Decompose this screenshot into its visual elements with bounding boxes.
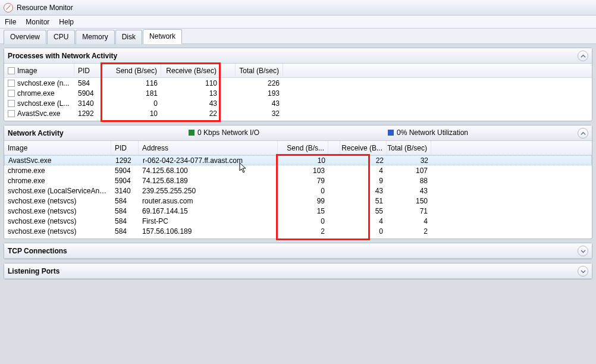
cell-receive: 43: [161, 99, 221, 108]
cell-address: 74.125.68.100: [139, 167, 278, 175]
cell-receive: 43: [340, 187, 387, 195]
cell-send: 10: [102, 109, 161, 118]
cell-total: 193: [236, 89, 283, 98]
row-checkbox[interactable]: [8, 80, 15, 87]
cell-image: svchost.exe (n...: [4, 79, 74, 87]
table-row[interactable]: svchost.exe (L...314004343: [4, 98, 592, 108]
table-row[interactable]: svchost.exe (n...584116110226: [4, 78, 592, 88]
table-row[interactable]: AvastSvc.exe1292102232: [4, 108, 592, 118]
col-image[interactable]: Image: [4, 141, 111, 155]
col-image[interactable]: Image: [4, 64, 74, 77]
cell-receive: 51: [340, 197, 387, 205]
tab-overview[interactable]: Overview: [4, 30, 46, 44]
panel-processes-body: Image PID Send (B/sec) Receive (B/sec) T…: [4, 64, 592, 121]
chevron-down-icon[interactable]: [578, 246, 588, 256]
panel-listen-header[interactable]: Listening Ports: [4, 263, 592, 279]
cell-pid: 584: [111, 207, 139, 215]
cell-receive: 4: [340, 167, 387, 175]
cell-pid: 5904: [111, 167, 139, 175]
col-pid[interactable]: PID: [74, 64, 102, 77]
cell-receive: 22: [341, 156, 387, 165]
panel-tcp-header[interactable]: TCP Connections: [4, 243, 592, 259]
tab-disk[interactable]: Disk: [115, 30, 142, 44]
cell-receive: 22: [161, 109, 221, 118]
cell-total: 2: [387, 227, 431, 236]
table-row[interactable]: svchost.exe (netsvcs)584router.asus.com9…: [4, 196, 592, 206]
tab-memory[interactable]: Memory: [76, 30, 114, 44]
cell-total: 43: [387, 187, 431, 195]
titlebar: Resource Monitor: [0, 0, 596, 15]
cell-send: 79: [278, 177, 328, 185]
cell-pid: 1292: [74, 109, 102, 118]
cell-address: r-062-042-234-077.ff.avast.com: [139, 156, 278, 165]
col-send[interactable]: Send (B/s...: [278, 141, 328, 155]
cell-send: 116: [102, 79, 161, 87]
col-address[interactable]: Address: [139, 141, 278, 155]
cell-address: First-PC: [139, 217, 278, 225]
table-row[interactable]: svchost.exe (netsvcs)584First-PC044: [4, 216, 592, 226]
cell-image: chrome.exe: [4, 177, 111, 185]
cell-total: 150: [387, 197, 431, 205]
panel-activity: Network Activity 0 Kbps Network I/O 0% N…: [4, 125, 592, 239]
cell-total: 43: [236, 99, 283, 108]
panel-listen: Listening Ports: [4, 263, 592, 280]
panel-activity-title: Network Activity: [8, 129, 64, 137]
cell-total: 32: [236, 109, 283, 118]
chevron-up-icon[interactable]: [578, 128, 588, 139]
cell-pid: 5904: [74, 89, 102, 98]
menubar: File Monitor Help: [0, 15, 596, 29]
cell-image: svchost.exe (netsvcs): [4, 217, 111, 225]
panel-activity-body: Image PID Address Send (B/s... Receive (…: [4, 141, 592, 239]
table-row[interactable]: chrome.exe590474.125.68.1001034107: [4, 165, 592, 175]
row-checkbox[interactable]: [8, 90, 15, 97]
cell-address: 74.125.68.189: [139, 177, 278, 185]
row-checkbox[interactable]: [8, 100, 15, 107]
cell-send: 0: [278, 217, 328, 225]
menu-monitor[interactable]: Monitor: [26, 18, 49, 26]
panel-tcp: TCP Connections: [4, 243, 592, 259]
chevron-up-icon[interactable]: [578, 51, 588, 61]
cell-pid: 584: [111, 227, 139, 236]
status-network-io: 0 Kbps Network I/O: [177, 128, 259, 137]
col-send[interactable]: Send (B/sec): [102, 64, 161, 77]
col-total[interactable]: Total (B/sec): [236, 64, 283, 77]
cell-send: 0: [102, 99, 161, 108]
cell-address: 157.56.106.189: [139, 227, 278, 236]
tab-cpu[interactable]: CPU: [47, 30, 75, 44]
cell-pid: 584: [111, 217, 139, 225]
cell-pid: 584: [111, 197, 139, 205]
menu-file[interactable]: File: [5, 18, 16, 26]
tabbar: Overview CPU Memory Disk Network: [0, 29, 596, 44]
cell-pid: 3140: [74, 99, 102, 108]
panel-processes-title: Processes with Network Activity: [8, 52, 117, 60]
status-network-util: 0% Network Utilization: [376, 128, 468, 137]
cell-total: 107: [387, 167, 431, 175]
panel-activity-header[interactable]: Network Activity 0 Kbps Network I/O 0% N…: [4, 125, 592, 141]
cell-total: 4: [387, 217, 431, 225]
cell-send: 103: [278, 167, 328, 175]
resmon-icon: [4, 3, 13, 12]
table-row[interactable]: AvastSvc.exe1292r-062-042-234-077.ff.ava…: [4, 155, 592, 165]
table-row[interactable]: svchost.exe (netsvcs)584157.56.106.18920…: [4, 226, 592, 236]
cell-receive: 0: [340, 227, 387, 236]
cell-send: 99: [278, 197, 328, 205]
chevron-down-icon[interactable]: [578, 266, 588, 277]
table-row[interactable]: svchost.exe (LocalServiceAndNo...3140239…: [4, 186, 592, 196]
cell-total: 32: [387, 156, 432, 165]
row-checkbox[interactable]: [8, 110, 15, 117]
cell-image: svchost.exe (netsvcs): [4, 227, 111, 236]
table-row[interactable]: chrome.exe590474.125.68.18979988: [4, 175, 592, 186]
cell-pid: 584: [74, 79, 102, 87]
menu-help[interactable]: Help: [59, 18, 74, 26]
table-row[interactable]: svchost.exe (netsvcs)58469.167.144.15155…: [4, 206, 592, 216]
col-receive[interactable]: Receive (B/sec): [161, 64, 221, 77]
cell-image: chrome.exe: [4, 167, 111, 175]
col-pid[interactable]: PID: [111, 141, 139, 155]
panel-processes-header[interactable]: Processes with Network Activity: [4, 48, 592, 64]
checkbox-all[interactable]: [8, 67, 15, 74]
tab-network[interactable]: Network: [143, 29, 182, 44]
col-total[interactable]: Total (B/sec): [387, 141, 431, 155]
table-row[interactable]: chrome.exe590418113193: [4, 88, 592, 98]
col-receive[interactable]: Receive (B...: [340, 141, 387, 155]
cell-receive: 13: [161, 89, 221, 98]
